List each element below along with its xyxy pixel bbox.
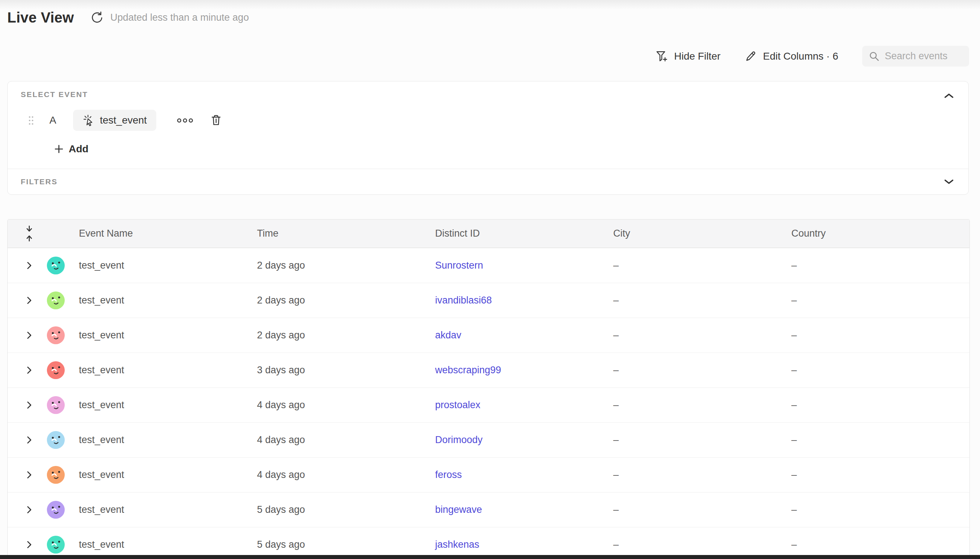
avatar[interactable] bbox=[41, 501, 79, 519]
country-cell: – bbox=[792, 365, 970, 376]
distinct-id-link[interactable]: ivandiblasi68 bbox=[435, 295, 613, 306]
event-more-menu-button[interactable] bbox=[177, 118, 193, 123]
table-row: test_event 2 days ago Sunrostern – – bbox=[8, 248, 970, 283]
distinct-id-link[interactable]: jashkenas bbox=[435, 539, 613, 550]
distinct-id-link[interactable]: feross bbox=[435, 469, 613, 481]
distinct-id-link[interactable]: webscraping99 bbox=[435, 365, 613, 376]
column-header-city[interactable]: City bbox=[613, 228, 792, 239]
chevron-right-icon bbox=[26, 541, 32, 549]
collapse-all-rows-button[interactable] bbox=[24, 225, 34, 242]
edit-columns-button[interactable]: Edit Columns · 6 bbox=[744, 50, 838, 63]
expand-row-button[interactable] bbox=[24, 503, 34, 516]
avatar[interactable] bbox=[41, 326, 79, 344]
avatar[interactable] bbox=[41, 291, 79, 309]
city-cell: – bbox=[613, 260, 792, 271]
distinct-id-link[interactable]: prostoalex bbox=[435, 399, 613, 411]
event-name-cell: test_event bbox=[79, 399, 257, 411]
chevron-right-icon bbox=[26, 261, 32, 270]
city-cell: – bbox=[613, 539, 792, 550]
search-icon bbox=[869, 51, 880, 62]
distinct-id-link[interactable]: bingewave bbox=[435, 504, 613, 515]
click-cursor-icon bbox=[83, 114, 94, 126]
edit-columns-label: Edit Columns · 6 bbox=[763, 51, 838, 62]
events-table: Event Name Time Distinct ID City Country… bbox=[7, 219, 970, 559]
updated-status-text: Updated less than a minute ago bbox=[110, 12, 249, 23]
expand-row-button[interactable] bbox=[24, 294, 34, 307]
chevron-right-icon bbox=[26, 471, 32, 479]
country-cell: – bbox=[792, 295, 970, 306]
time-cell: 5 days ago bbox=[257, 539, 435, 550]
chevron-down-icon bbox=[944, 179, 954, 185]
expand-row-button[interactable] bbox=[24, 364, 34, 377]
chevron-right-icon bbox=[26, 401, 32, 409]
avatar[interactable] bbox=[41, 256, 79, 275]
table-row: test_event 4 days ago prostoalex – – bbox=[8, 387, 970, 422]
event-name-cell: test_event bbox=[79, 260, 257, 271]
expand-row-button[interactable] bbox=[24, 538, 34, 551]
country-cell: – bbox=[792, 539, 970, 550]
more-options-icon bbox=[177, 118, 193, 123]
hide-filter-label: Hide Filter bbox=[674, 51, 721, 62]
add-event-button[interactable]: Add bbox=[55, 143, 88, 155]
time-cell: 4 days ago bbox=[257, 434, 435, 446]
refresh-icon bbox=[90, 11, 104, 25]
city-cell: – bbox=[613, 504, 792, 515]
expand-row-button[interactable] bbox=[24, 468, 34, 481]
city-cell: – bbox=[613, 399, 792, 411]
time-cell: 4 days ago bbox=[257, 399, 435, 411]
city-cell: – bbox=[613, 469, 792, 481]
time-cell: 2 days ago bbox=[257, 295, 435, 306]
chevron-up-icon bbox=[944, 93, 954, 99]
funnel-plus-icon bbox=[655, 50, 668, 63]
column-header-time[interactable]: Time bbox=[257, 228, 435, 239]
event-select-pill[interactable]: test_event bbox=[73, 110, 156, 131]
time-cell: 4 days ago bbox=[257, 469, 435, 481]
select-event-section: SELECT EVENT A bbox=[8, 81, 968, 169]
collapse-select-event-button[interactable] bbox=[944, 93, 954, 99]
chevron-right-icon bbox=[26, 296, 32, 304]
hide-filter-button[interactable]: Hide Filter bbox=[655, 50, 721, 63]
expand-filters-button[interactable] bbox=[944, 179, 954, 185]
country-cell: – bbox=[792, 434, 970, 446]
drag-handle[interactable] bbox=[28, 116, 34, 126]
page-title: Live View bbox=[7, 10, 74, 26]
expand-row-button[interactable] bbox=[24, 433, 34, 447]
distinct-id-link[interactable]: Dorimoody bbox=[435, 434, 613, 446]
chevron-right-icon bbox=[26, 436, 32, 444]
country-cell: – bbox=[792, 260, 970, 271]
search-events-box[interactable] bbox=[862, 46, 969, 66]
event-name-cell: test_event bbox=[79, 365, 257, 376]
country-cell: – bbox=[792, 469, 970, 481]
table-row: test_event 5 days ago bingewave – – bbox=[8, 492, 970, 527]
table-row: test_event 2 days ago akdav – – bbox=[8, 318, 970, 352]
add-button-label: Add bbox=[69, 143, 88, 155]
distinct-id-link[interactable]: akdav bbox=[435, 330, 613, 341]
event-pill-label: test_event bbox=[100, 114, 147, 126]
chevron-right-icon bbox=[26, 366, 32, 374]
table-header-row: Event Name Time Distinct ID City Country bbox=[8, 220, 970, 248]
time-cell: 3 days ago bbox=[257, 365, 435, 376]
column-header-event-name[interactable]: Event Name bbox=[79, 228, 257, 239]
distinct-id-link[interactable]: Sunrostern bbox=[435, 260, 613, 271]
avatar[interactable] bbox=[41, 396, 79, 414]
column-header-distinct-id[interactable]: Distinct ID bbox=[435, 228, 613, 239]
filters-label: FILTERS bbox=[21, 177, 58, 186]
city-cell: – bbox=[613, 295, 792, 306]
search-events-input[interactable] bbox=[885, 51, 957, 62]
country-cell: – bbox=[792, 504, 970, 515]
refresh-button[interactable] bbox=[90, 10, 104, 25]
delete-event-button[interactable] bbox=[211, 114, 221, 126]
avatar[interactable] bbox=[41, 466, 79, 484]
expand-row-button[interactable] bbox=[24, 329, 34, 342]
expand-row-button[interactable] bbox=[24, 259, 34, 272]
avatar[interactable] bbox=[41, 536, 79, 554]
query-builder-panel: SELECT EVENT A bbox=[7, 81, 969, 195]
avatar[interactable] bbox=[41, 361, 79, 379]
event-name-cell: test_event bbox=[79, 469, 257, 481]
avatar[interactable] bbox=[41, 431, 79, 449]
column-header-country[interactable]: Country bbox=[792, 228, 970, 239]
city-cell: – bbox=[613, 330, 792, 341]
expand-row-button[interactable] bbox=[24, 399, 34, 412]
top-edge-shadow bbox=[0, 0, 980, 10]
time-cell: 2 days ago bbox=[257, 330, 435, 341]
